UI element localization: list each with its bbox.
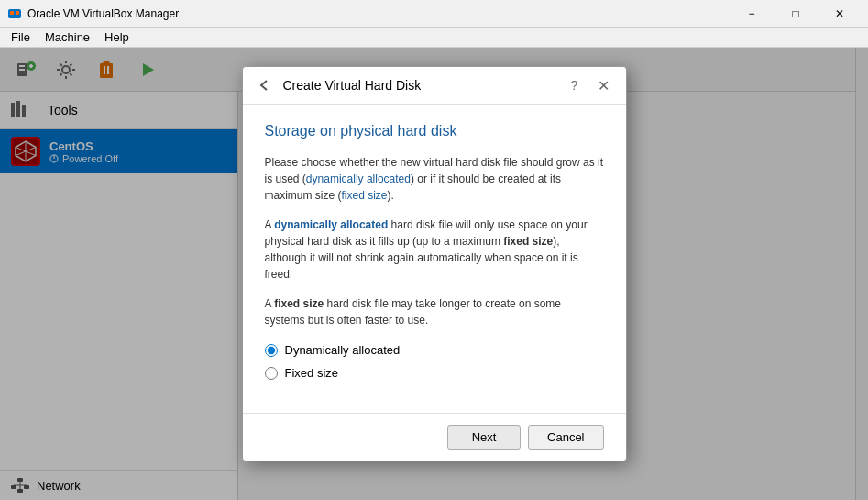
svg-rect-1 xyxy=(10,11,14,15)
menu-bar: File Machine Help xyxy=(0,28,868,48)
radio-fixed-input[interactable] xyxy=(265,367,278,380)
dialog-footer: Next Cancel xyxy=(243,413,626,461)
dialog-back-button[interactable] xyxy=(254,74,276,96)
dialog-paragraph-2: A dynamically allocated hard disk file w… xyxy=(265,217,604,283)
back-arrow-icon xyxy=(258,78,272,93)
dialog-overlay: Create Virtual Hard Disk ? ✕ Storage on … xyxy=(0,48,868,500)
close-button[interactable]: ✕ xyxy=(819,0,861,28)
menu-help[interactable]: Help xyxy=(97,28,137,46)
dialog-body: Storage on physical hard disk Please cho… xyxy=(243,105,626,413)
dialog-paragraph-1: Please choose whether the new virtual ha… xyxy=(265,154,604,204)
cancel-button[interactable]: Cancel xyxy=(528,425,603,450)
dialog-paragraph-3: A fixed size hard disk file may take lon… xyxy=(265,295,604,328)
dialog-close-button[interactable]: ✕ xyxy=(593,74,615,96)
dialog-title: Create Virtual Hard Disk xyxy=(283,78,556,93)
radio-group-storage: Dynamically allocated Fixed size xyxy=(265,343,604,380)
minimize-button[interactable]: − xyxy=(731,0,773,28)
radio-dynamic[interactable]: Dynamically allocated xyxy=(265,343,604,357)
dialog-title-bar: Create Virtual Hard Disk ? ✕ xyxy=(243,67,626,105)
maximize-button[interactable]: □ xyxy=(775,0,817,28)
radio-fixed-label: Fixed size xyxy=(285,366,339,380)
radio-fixed[interactable]: Fixed size xyxy=(265,366,604,380)
dialog-help-button[interactable]: ? xyxy=(564,74,586,96)
svg-rect-2 xyxy=(16,11,19,15)
dialog-create-vhd: Create Virtual Hard Disk ? ✕ Storage on … xyxy=(242,66,627,461)
window-controls: − □ ✕ xyxy=(731,0,861,28)
menu-file[interactable]: File xyxy=(4,28,38,46)
radio-dynamic-label: Dynamically allocated xyxy=(285,343,401,357)
app-icon xyxy=(7,6,22,21)
app-title: Oracle VM VirtualBox Manager xyxy=(27,7,731,20)
title-bar: Oracle VM VirtualBox Manager − □ ✕ xyxy=(0,0,868,28)
dialog-section-title: Storage on physical hard disk xyxy=(265,123,604,139)
next-button[interactable]: Next xyxy=(447,425,521,450)
menu-machine[interactable]: Machine xyxy=(38,28,97,46)
radio-dynamic-input[interactable] xyxy=(265,344,278,357)
